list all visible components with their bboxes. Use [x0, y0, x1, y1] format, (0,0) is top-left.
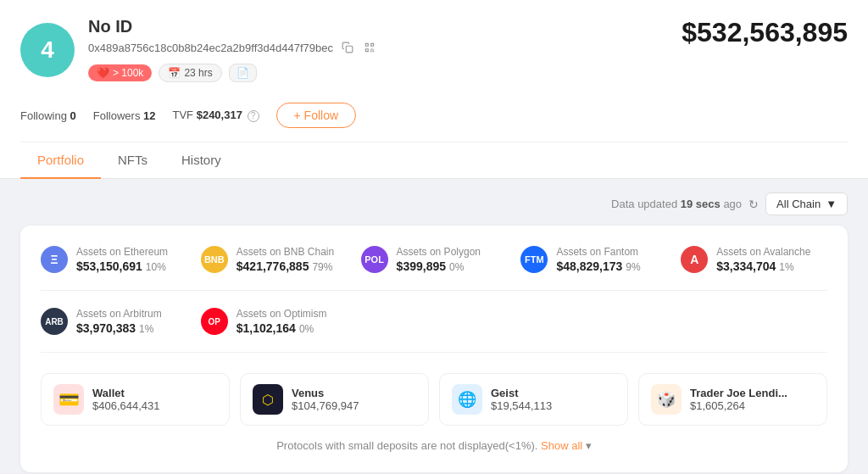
svg-rect-0 — [346, 46, 353, 53]
asset-bnb[interactable]: BNB Assets on BNB Chain $421,776,88579% — [201, 246, 348, 273]
wallet-icon: 💳 — [53, 384, 84, 415]
stats-row: Following 0 Followers 12 TVF $240,317 ? … — [20, 92, 848, 138]
assets-row1: Ξ Assets on Ethereum $53,150,69110% BNB … — [41, 246, 827, 291]
geist-name: Geist — [491, 387, 552, 399]
chain-selector[interactable]: All Chain ▼ — [765, 192, 848, 215]
venus-value: $104,769,947 — [292, 399, 359, 412]
traderjoe-info: Trader Joe Lendi... $1,605,264 — [690, 387, 787, 412]
protocol-wallet[interactable]: 💳 Wallet $406,644,431 — [41, 373, 230, 426]
op-value: $1,102,1640% — [236, 321, 327, 335]
protocols-grid: 💳 Wallet $406,644,431 ⬡ Venus $104,769,9… — [41, 373, 827, 426]
venus-name: Venus — [292, 387, 359, 399]
show-all-link[interactable]: Show all — [541, 439, 582, 452]
data-updated-text: Data updated 19 secs ago — [611, 198, 742, 210]
refresh-icon[interactable]: ↻ — [748, 198, 759, 211]
ftm-name: Assets on Fantom — [556, 246, 640, 258]
protocol-venus[interactable]: ⬡ Venus $104,769,947 — [240, 373, 429, 426]
op-icon: OP — [201, 308, 228, 335]
traderjoe-icon: 🎲 — [651, 384, 682, 415]
ftm-info: Assets on Fantom $48,829,1739% — [556, 246, 640, 273]
time-badge: 📅 23 hrs — [159, 64, 221, 82]
arb-name: Assets on Arbitrum — [76, 308, 162, 320]
geist-value: $19,544,113 — [491, 399, 552, 412]
tab-history[interactable]: History — [164, 142, 238, 179]
portfolio-value: $532,563,895 — [682, 17, 848, 48]
profile-left: 4 No ID 0x489a8756c18c0b8b24ec2a2b9ff3d4… — [20, 17, 377, 82]
ftm-value: $48,829,1739% — [556, 259, 640, 273]
follow-button[interactable]: + Follow — [276, 103, 357, 128]
tab-portfolio[interactable]: Portfolio — [20, 142, 101, 179]
traderjoe-value: $1,605,264 — [690, 399, 787, 412]
eth-icon: Ξ — [41, 246, 68, 273]
header-section: 4 No ID 0x489a8756c18c0b8b24ec2a2b9ff3d4… — [0, 0, 868, 179]
wallet-info: Wallet $406,644,431 — [92, 387, 160, 412]
asset-ethereum[interactable]: Ξ Assets on Ethereum $53,150,69110% — [41, 246, 187, 273]
op-info: Assets on Optimism $1,102,1640% — [236, 308, 327, 335]
bnb-info: Assets on BNB Chain $421,776,88579% — [236, 246, 334, 273]
bnb-name: Assets on BNB Chain — [236, 246, 334, 258]
eth-info: Assets on Ethereum $53,150,69110% — [76, 246, 168, 273]
asset-arbitrum[interactable]: ARB Assets on Arbitrum $3,970,3831% — [41, 308, 187, 335]
ftm-icon: FTM — [520, 246, 548, 273]
arb-icon: ARB — [41, 308, 68, 335]
badges-row: ❤️ > 100k 📅 23 hrs 📄 — [88, 64, 377, 82]
avax-icon: A — [681, 246, 708, 273]
tabs-row: Portfolio NFTs History — [20, 142, 848, 178]
arb-info: Assets on Arbitrum $3,970,3831% — [76, 308, 162, 335]
geist-info: Geist $19,544,113 — [491, 387, 552, 412]
followers-stat: Followers 12 — [93, 109, 156, 122]
chain-selector-label: All Chain — [776, 198, 821, 210]
protocol-traderjoe[interactable]: 🎲 Trader Joe Lendi... $1,605,264 — [638, 373, 827, 426]
asset-avalanche[interactable]: A Assets on Avalanche $3,334,7041% — [681, 246, 827, 273]
chain-selector-arrow: ▼ — [826, 198, 837, 210]
tvf-label: TVF $240,317 ? — [172, 109, 259, 122]
eth-name: Assets on Ethereum — [76, 246, 168, 258]
op-name: Assets on Optimism — [236, 308, 327, 320]
avax-name: Assets on Avalanche — [716, 246, 810, 258]
following-stat: Following 0 — [20, 109, 76, 122]
assets-row2: ARB Assets on Arbitrum $3,970,3831% OP A… — [41, 308, 827, 353]
rank-circle: 4 — [20, 23, 75, 77]
profile-info: No ID 0x489a8756c18c0b8b24ec2a2b9ff3d4d4… — [88, 17, 377, 82]
asset-fantom[interactable]: FTM Assets on Fantom $48,829,1739% — [520, 246, 667, 273]
avax-value: $3,334,7041% — [716, 259, 810, 273]
copy-icon[interactable] — [340, 40, 355, 55]
polygon-icon: POL — [361, 246, 388, 273]
main-card: Ξ Assets on Ethereum $53,150,69110% BNB … — [20, 226, 848, 472]
help-icon[interactable]: ? — [248, 110, 259, 122]
qr-icon[interactable] — [362, 40, 377, 55]
wallet-name: Wallet — [92, 387, 160, 399]
polygon-name: Assets on Polygon — [397, 246, 481, 258]
protocol-geist[interactable]: 🌐 Geist $19,544,113 — [439, 373, 628, 426]
arb-value: $3,970,3831% — [76, 321, 162, 335]
avax-info: Assets on Avalanche $3,334,7041% — [716, 246, 810, 273]
venus-info: Venus $104,769,947 — [292, 387, 359, 412]
wallet-value: $406,644,431 — [92, 399, 160, 412]
profile-row: 4 No ID 0x489a8756c18c0b8b24ec2a2b9ff3d4… — [20, 17, 848, 82]
polygon-info: Assets on Polygon $399,8950% — [397, 246, 481, 273]
heart-badge: ❤️ > 100k — [88, 64, 152, 81]
bnb-icon: BNB — [201, 246, 228, 273]
asset-optimism[interactable]: OP Assets on Optimism $1,102,1640% — [201, 308, 348, 335]
eth-value: $53,150,69110% — [76, 259, 168, 273]
venus-icon: ⬡ — [253, 384, 283, 415]
address-text: 0x489a8756c18c0b8b24ec2a2b9ff3d4d447f79b… — [88, 42, 333, 54]
content-section: Data updated 19 secs ago ↻ All Chain ▼ Ξ… — [0, 179, 868, 474]
profile-name: No ID — [88, 17, 377, 36]
bnb-value: $421,776,88579% — [236, 259, 334, 273]
tab-nfts[interactable]: NFTs — [101, 142, 164, 179]
asset-polygon[interactable]: POL Assets on Polygon $399,8950% — [361, 246, 508, 273]
polygon-value: $399,8950% — [397, 259, 481, 273]
traderjoe-name: Trader Joe Lendi... — [690, 387, 787, 399]
page-wrapper: 4 No ID 0x489a8756c18c0b8b24ec2a2b9ff3d4… — [0, 0, 868, 474]
address-row: 0x489a8756c18c0b8b24ec2a2b9ff3d4d447f79b… — [88, 40, 377, 55]
data-updated-row: Data updated 19 secs ago ↻ All Chain ▼ — [20, 192, 848, 215]
doc-badge[interactable]: 📄 — [229, 64, 257, 82]
geist-icon: 🌐 — [452, 384, 482, 415]
small-deposits-note: Protocols with small deposits are not di… — [41, 439, 827, 452]
